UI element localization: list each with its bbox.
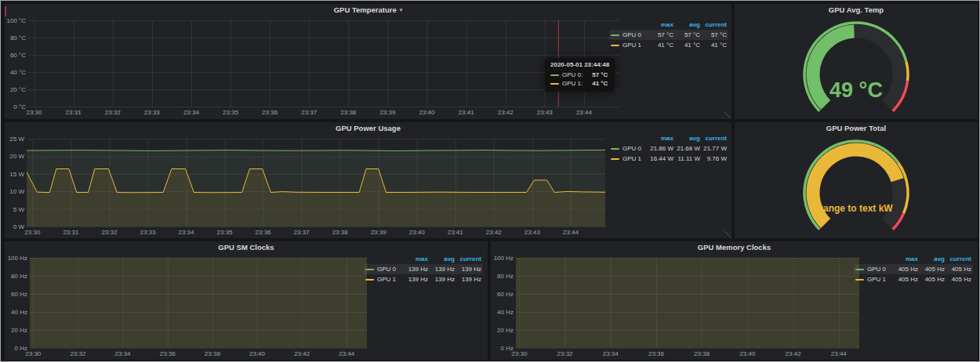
panel-gpu-temperature: GPU Temperature▾ 0 °C20 °C40 °C60 °C80 °… [5, 4, 731, 119]
series-dash-icon [611, 45, 619, 46]
legend-col-avg[interactable]: avg [428, 255, 455, 262]
svg-text:23:32: 23:32 [105, 109, 122, 116]
svg-text:40 °C: 40 °C [10, 69, 26, 76]
svg-text:80 Hz: 80 Hz [11, 273, 27, 280]
series-name[interactable]: GPU 0 [622, 145, 641, 152]
svg-text:23:33: 23:33 [140, 229, 156, 236]
legend-col-current[interactable]: current [700, 135, 727, 142]
legend-current: 405 Hz [945, 266, 971, 273]
gpu-temperature-chart[interactable]: 0 °C20 °C40 °C60 °C80 °C100 °C23:3023:31… [6, 16, 626, 117]
panel-gpu-power-total: GPU Power Total range to text kW [735, 122, 978, 238]
panel-title-text: GPU Power Total [826, 124, 886, 132]
legend-row-gpu0[interactable]: GPU 0 21.86 W 21.68 W 21.77 W [609, 143, 728, 154]
legend-row-gpu1[interactable]: GPU 1 405 Hz 405 Hz 405 Hz [854, 274, 973, 284]
svg-text:23:44: 23:44 [563, 229, 579, 236]
legend-gpu-temperature: max avg current GPU 0 57 °C 57 °C 57 °C … [609, 20, 728, 50]
grafana-dashboard: GPU Temperature▾ 0 °C20 °C40 °C60 °C80 °… [0, 0, 980, 362]
svg-text:23:37: 23:37 [301, 109, 318, 116]
legend-gpu-sm-clocks: max avg current GPU 0 139 Hz 139 Hz 139 … [364, 254, 483, 284]
svg-text:23:37: 23:37 [294, 229, 310, 236]
panel-gpu-sm-clocks: GPU SM Clocks 0 Hz20 Hz40 Hz60 Hz80 Hz10… [5, 241, 488, 360]
panel-title-text: GPU Avg. Temp [829, 5, 884, 14]
legend-row-gpu0[interactable]: GPU 0 139 Hz 139 Hz 139 Hz [364, 264, 483, 274]
svg-text:5 W: 5 W [13, 206, 25, 213]
svg-text:23:31: 23:31 [63, 229, 79, 236]
series-dash-icon [550, 83, 559, 85]
legend-row-gpu1[interactable]: GPU 1 41 °C 41 °C 41 °C [609, 40, 728, 50]
legend-row-gpu0[interactable]: GPU 0 405 Hz 405 Hz 405 Hz [854, 264, 973, 274]
svg-text:23:39: 23:39 [371, 229, 387, 236]
legend-row-gpu1[interactable]: GPU 1 16.44 W 11.11 W 9.76 W [609, 154, 728, 164]
svg-text:23:30: 23:30 [511, 350, 528, 357]
legend-current: 9.76 W [700, 155, 727, 162]
legend-avg: 139 Hz [428, 276, 455, 283]
legend-current: 139 Hz [455, 266, 481, 273]
legend-row-gpu0[interactable]: GPU 0 57 °C 57 °C 57 °C [609, 30, 728, 40]
svg-text:23:40: 23:40 [739, 350, 756, 357]
legend-gpu-memory-clocks: max avg current GPU 0 405 Hz 405 Hz 405 … [854, 254, 973, 284]
series-name[interactable]: GPU 1 [622, 155, 641, 162]
legend-col-avg[interactable]: avg [673, 21, 700, 28]
series-name[interactable]: GPU 1 [622, 42, 641, 49]
legend-col-current[interactable]: current [455, 255, 481, 262]
panel-title-text: GPU Temperature [334, 5, 397, 14]
gpu-memory-clocks-chart[interactable]: 0 Hz20 Hz40 Hz60 Hz80 Hz100 Hz23:3023:32… [492, 254, 861, 358]
legend-current: 139 Hz [455, 276, 481, 283]
legend-gpu-power-usage: max avg current GPU 0 21.86 W 21.68 W 21… [609, 133, 728, 164]
legend-avg: 139 Hz [428, 266, 455, 273]
svg-text:0 °C: 0 °C [13, 103, 26, 110]
svg-text:23:36: 23:36 [648, 350, 665, 357]
series-dash-icon [550, 74, 559, 76]
legend-col-max[interactable]: max [647, 135, 673, 142]
svg-text:23:42: 23:42 [486, 229, 503, 236]
legend-header: max avg current [364, 254, 483, 264]
series-name[interactable]: GPU 0 [622, 31, 641, 38]
legend-max: 405 Hz [891, 276, 918, 283]
legend-max: 139 Hz [401, 276, 428, 283]
svg-text:10 W: 10 W [9, 188, 24, 195]
svg-text:23:42: 23:42 [294, 350, 310, 357]
svg-text:23:38: 23:38 [694, 350, 710, 357]
series-name[interactable]: GPU 0 [377, 266, 396, 273]
legend-header: max avg current [854, 254, 973, 264]
legend-col-current[interactable]: current [700, 21, 727, 28]
legend-col-current[interactable]: current [945, 255, 971, 262]
panel-resize-handle[interactable] [724, 231, 731, 237]
legend-current: 405 Hz [945, 276, 971, 283]
series-dash-icon [855, 269, 864, 270]
svg-text:23:34: 23:34 [183, 109, 200, 116]
svg-text:23:30: 23:30 [24, 229, 41, 236]
legend-row-gpu1[interactable]: GPU 1 139 Hz 139 Hz 139 Hz [364, 274, 483, 284]
legend-col-max[interactable]: max [401, 255, 428, 262]
legend-current: 21.77 W [700, 145, 727, 152]
panel-resize-handle[interactable] [724, 112, 731, 118]
svg-text:23:38: 23:38 [332, 229, 349, 236]
gpu-power-usage-chart[interactable]: 0 W5 W10 W15 W20 W25 W23:3023:3123:3223:… [6, 135, 608, 237]
legend-max: 139 Hz [401, 266, 428, 273]
series-name[interactable]: GPU 1 [377, 276, 396, 283]
legend-col-max[interactable]: max [647, 21, 673, 28]
legend-col-avg[interactable]: avg [673, 135, 700, 142]
svg-text:range to text kW: range to text kW [819, 203, 893, 214]
series-name[interactable]: GPU 0 [867, 266, 886, 273]
svg-text:23:43: 23:43 [524, 229, 541, 236]
panel-gpu-avg-temp: GPU Avg. Temp 49 °C [735, 4, 978, 119]
svg-text:20 °C: 20 °C [10, 86, 26, 93]
svg-text:23:36: 23:36 [262, 109, 278, 116]
legend-col-max[interactable]: max [891, 255, 918, 262]
svg-text:23:39: 23:39 [379, 109, 396, 116]
tooltip-series-value: 57 °C [592, 71, 608, 78]
gpu-sm-clocks-chart[interactable]: 0 Hz20 Hz40 Hz60 Hz80 Hz100 Hz23:3023:32… [6, 254, 368, 358]
gpu-power-total-gauge: range to text kW [735, 132, 978, 238]
panel-title-gpu-temperature[interactable]: GPU Temperature▾ [5, 4, 731, 16]
panel-title-gpu-memory-clocks[interactable]: GPU Memory Clocks [491, 241, 978, 253]
svg-text:23:34: 23:34 [178, 229, 194, 236]
series-name[interactable]: GPU 1 [867, 276, 886, 283]
svg-text:23:32: 23:32 [557, 350, 574, 357]
panel-title-gpu-sm-clocks[interactable]: GPU SM Clocks [5, 241, 488, 253]
panel-title-gpu-power-usage[interactable]: GPU Power Usage [5, 122, 731, 134]
svg-text:100 Hz: 100 Hz [494, 255, 514, 262]
series-dash-icon [365, 269, 374, 270]
legend-col-avg[interactable]: avg [918, 255, 945, 262]
legend-avg: 57 °C [673, 31, 700, 38]
